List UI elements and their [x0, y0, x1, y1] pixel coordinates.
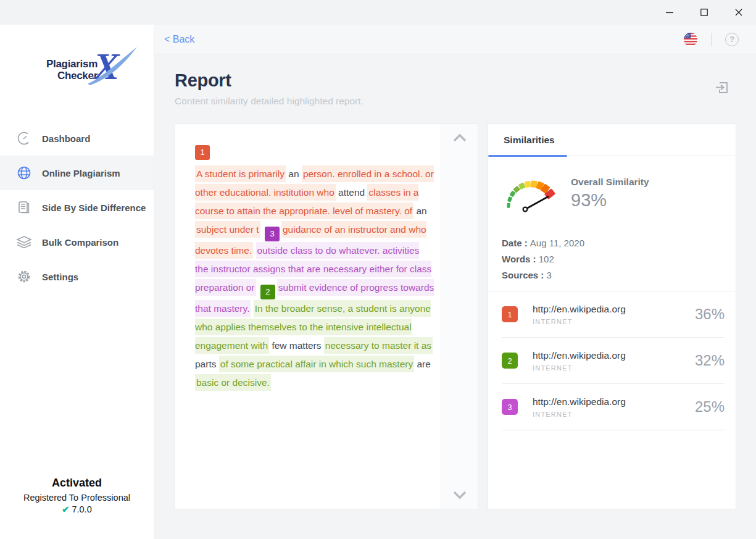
- help-icon[interactable]: ?: [725, 33, 739, 46]
- highlight-segment-s2: basic or decisive.: [195, 374, 271, 391]
- meta-value: Aug 11, 2020: [530, 238, 584, 248]
- source-type-label: INTERNET: [533, 364, 626, 372]
- sidebar-item-label: Settings: [42, 272, 78, 282]
- document-scrollbar[interactable]: [441, 124, 478, 509]
- highlighted-text: 1A student is primarily an person. enrol…: [175, 124, 441, 509]
- similarities-panel: Similarities: [488, 123, 736, 509]
- sidebar-item-label: Online Plagiarism: [42, 168, 120, 178]
- close-icon[interactable]: [721, 0, 756, 25]
- plain-text-segment: parts: [195, 359, 219, 369]
- license-info: Activated Registered To Professional ✔7.…: [0, 477, 154, 514]
- license-registered: Registered To Professional: [0, 493, 154, 503]
- license-status: Activated: [0, 477, 154, 490]
- sidebar-item-label: Dashboard: [42, 133, 90, 144]
- source-percent: 32%: [695, 352, 725, 369]
- sidebar: Plagiarism Checker X Dashboard Online Pl…: [0, 25, 154, 539]
- tab-active-indicator: [488, 155, 567, 157]
- source-url[interactable]: http://en.wikipedia.org: [533, 396, 626, 407]
- layers-icon: [16, 234, 32, 250]
- similarity-gauge-icon: [499, 170, 563, 217]
- speedometer-icon: [16, 130, 32, 146]
- source-row[interactable]: 3 http://en.wikipedia.org INTERNET 25%: [502, 384, 725, 430]
- plain-text-segment: an: [416, 206, 426, 216]
- back-button[interactable]: < Back: [164, 34, 194, 45]
- window-titlebar: [0, 0, 756, 25]
- main-content: Report Content similarity detailed highl…: [154, 54, 756, 539]
- meta-label: Words :: [502, 254, 539, 264]
- meta-row: Sources : 3: [502, 267, 736, 283]
- source-url[interactable]: http://en.wikipedia.org: [533, 350, 626, 361]
- logo-swoosh-icon: [86, 46, 138, 86]
- sidebar-item-settings[interactable]: Settings: [0, 259, 154, 294]
- tab-similarities[interactable]: Similarities: [504, 135, 555, 146]
- gear-icon: [16, 269, 32, 285]
- source-marker-badge-1[interactable]: 1: [195, 145, 210, 160]
- sidebar-item-side-by-side-difference[interactable]: Side By Side Difference: [0, 190, 154, 225]
- overall-similarity-value: 93%: [571, 190, 649, 211]
- plain-text-segment: few matters: [272, 340, 323, 351]
- topbar: < Back ?: [154, 25, 756, 54]
- sidebar-item-online-plagiarism[interactable]: Online Plagiarism: [0, 156, 154, 190]
- maximize-icon[interactable]: [687, 0, 721, 25]
- app-window: Plagiarism Checker X Dashboard Online Pl…: [0, 0, 756, 539]
- highlight-segment-s2: of some practical affair in which such m…: [219, 356, 414, 372]
- sidebar-item-dashboard[interactable]: Dashboard: [0, 121, 154, 156]
- plain-text-segment: attend: [338, 187, 367, 198]
- source-number-badge: 3: [502, 399, 518, 415]
- minimize-icon[interactable]: [652, 0, 687, 25]
- meta-row: Date : Aug 11, 2020: [502, 235, 736, 251]
- license-version: 7.0.0: [72, 504, 91, 514]
- overall-similarity-label: Overall Similarity: [571, 177, 649, 188]
- sources-list: 1 http://en.wikipedia.org INTERNET 36% 2…: [488, 291, 736, 430]
- page-title: Report: [175, 70, 756, 91]
- source-number-badge: 2: [502, 353, 518, 369]
- highlight-segment-s1: A student is primarily: [195, 165, 286, 182]
- export-report-icon[interactable]: [715, 80, 729, 95]
- page-header: Report Content similarity detailed highl…: [154, 54, 756, 107]
- source-url[interactable]: http://en.wikipedia.org: [533, 304, 626, 315]
- source-type-label: INTERNET: [533, 411, 626, 418]
- highlight-segment-s2: necessary to master it as: [324, 337, 433, 354]
- topbar-divider: [711, 33, 712, 46]
- plain-text-segment: are: [417, 359, 431, 369]
- source-number-badge: 1: [502, 306, 518, 322]
- document-icon: [16, 199, 32, 215]
- plain-text-segment: an: [288, 169, 302, 179]
- source-percent: 25%: [695, 398, 725, 416]
- source-marker-badge-3[interactable]: 3: [265, 227, 280, 241]
- meta-label: Sources :: [502, 270, 547, 280]
- sidebar-item-bulk-comparison[interactable]: Bulk Comparison: [0, 225, 154, 259]
- source-percent: 36%: [695, 306, 725, 323]
- similarities-tabs: Similarities: [488, 124, 736, 156]
- source-row[interactable]: 2 http://en.wikipedia.org INTERNET 32%: [502, 338, 725, 384]
- sidebar-nav: Dashboard Online Plagiarism Side By Side…: [0, 121, 154, 294]
- globe-icon: [16, 165, 32, 181]
- check-icon: ✔: [62, 504, 69, 514]
- scroll-up-icon[interactable]: [452, 133, 468, 143]
- sidebar-item-label: Side By Side Difference: [42, 203, 146, 213]
- source-marker-badge-2[interactable]: 2: [260, 285, 275, 299]
- report-document-panel: 1A student is primarily an person. enrol…: [175, 123, 478, 509]
- report-meta: Date : Aug 11, 2020 Words : 102 Sources …: [488, 217, 736, 283]
- meta-value: 3: [547, 270, 552, 280]
- highlight-segment-s1: subject under t: [195, 221, 260, 238]
- meta-value: 102: [539, 254, 554, 264]
- app-logo: Plagiarism Checker X: [32, 48, 131, 91]
- sidebar-item-label: Bulk Comparison: [42, 237, 118, 248]
- us-flag-icon[interactable]: [684, 33, 697, 46]
- scroll-down-icon[interactable]: [452, 490, 468, 500]
- source-type-label: INTERNET: [533, 318, 626, 325]
- page-subtitle: Content similarity detailed highlighted …: [175, 96, 756, 107]
- meta-label: Date :: [502, 238, 530, 248]
- meta-row: Words : 102: [502, 251, 736, 267]
- source-row[interactable]: 1 http://en.wikipedia.org INTERNET 36%: [502, 291, 725, 338]
